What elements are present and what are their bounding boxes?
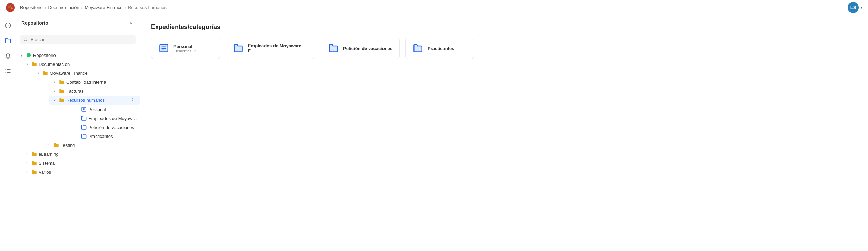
tree-label-sistema: Sistema [39, 161, 137, 166]
card-info-empleados: Empleados de Moyaware F... [248, 43, 308, 53]
toggle-practicantes [74, 133, 79, 139]
card-personal[interactable]: Personal Elementos: 2 [151, 38, 220, 59]
tree-row-varios[interactable]: › Varios [21, 168, 140, 177]
tree-node-varios: › Varios [16, 168, 140, 177]
tree-node-elearning: › eLearning [16, 150, 140, 159]
folder-contab-icon [59, 79, 65, 85]
tree-row-peticion[interactable]: Petición de vacaciones [71, 123, 140, 132]
toggle-varios[interactable]: › [24, 169, 30, 175]
tree-row-facturas[interactable]: › Facturas [49, 87, 140, 96]
tree-node-contab: › Contabilidad interna [32, 78, 140, 87]
tree-node-moyaware: ▾ Moyaware Finance › [21, 69, 140, 150]
folder-testing-icon [53, 142, 59, 148]
breadcrumb-finance[interactable]: Moyaware Finance [84, 5, 122, 10]
tree-label-peticion: Petición de vacaciones [88, 125, 137, 130]
search-bar [16, 31, 140, 48]
search-input-wrap [20, 35, 136, 44]
toggle-rrhh[interactable]: ▾ [52, 98, 57, 103]
folder-practicantes-icon [81, 133, 87, 139]
tree-label-facturas: Facturas [66, 89, 137, 94]
nav-icon-recent[interactable] [2, 19, 14, 32]
folder-varios-icon [31, 169, 37, 175]
svg-point-13 [27, 53, 31, 57]
toggle-personal[interactable]: › [74, 107, 79, 112]
toggle-testing[interactable]: › [46, 142, 52, 148]
toggle-sistema[interactable]: › [24, 160, 30, 166]
tree-node-testing: › Testing [32, 141, 140, 150]
tree-row-moyaware[interactable]: ▾ Moyaware Finance [32, 69, 140, 78]
tree-node-peticion: Petición de vacaciones [49, 123, 140, 132]
card-icon-peticion [328, 43, 339, 54]
cards-grid: Personal Elementos: 2 Empleados de Moyaw… [151, 38, 857, 59]
toggle-facturas[interactable]: › [52, 88, 57, 94]
tree-row-elearning[interactable]: › eLearning [21, 150, 140, 159]
tree-node-practicantes: Practicantes [49, 132, 140, 141]
record-personal-icon [81, 106, 87, 112]
card-practicantes[interactable]: Practicantes [405, 38, 474, 59]
toggle-contab[interactable]: › [52, 79, 57, 85]
folder-elearning-icon [31, 151, 37, 157]
tree-label-varios: Varios [39, 170, 137, 175]
folder-rrhh-icon [59, 97, 65, 103]
tree-row-repo[interactable]: ▾ Repositorio [16, 51, 140, 60]
more-options-rrhh[interactable]: ⋮ [129, 97, 137, 103]
breadcrumb-doc[interactable]: Documentación [48, 5, 79, 10]
search-icon [23, 37, 28, 42]
folder-moyaware-icon [42, 70, 48, 76]
user-avatar-area[interactable]: LS ▾ [848, 2, 862, 13]
tree-row-sistema[interactable]: › Sistema [21, 159, 140, 168]
tree-label-doc: Documentación [39, 62, 137, 67]
tree-label-practicantes: Practicantes [88, 134, 137, 139]
card-empleados[interactable]: Empleados de Moyaware F... [226, 38, 315, 59]
breadcrumb-repo[interactable]: Repositorio [20, 5, 43, 10]
toggle-elearning[interactable]: › [24, 151, 30, 157]
tree-label-testing: Testing [61, 143, 137, 148]
breadcrumb-left: Repositorio › Documentación › Moyaware F… [6, 3, 167, 12]
card-info-peticion: Petición de vacaciones [343, 46, 392, 51]
toggle-moyaware[interactable]: ▾ [35, 70, 41, 76]
nav-icon-tasks[interactable] [2, 65, 14, 77]
tree-row-testing[interactable]: › Testing [43, 141, 140, 150]
toggle-repo[interactable]: ▾ [19, 52, 24, 58]
collapse-sidebar-button[interactable]: « [128, 19, 134, 27]
breadcrumb-current: Recursos humanos [128, 5, 167, 10]
tree-row-personal[interactable]: › Personal [71, 105, 140, 114]
folder-doc-icon [31, 61, 37, 67]
tree-row-doc[interactable]: ▾ Documentación [21, 60, 140, 69]
card-icon-empleados [233, 43, 244, 54]
nav-icon-repository[interactable] [2, 34, 14, 47]
tree-row-rrhh[interactable]: ▾ Recursos humanos ⋮ [49, 96, 140, 105]
tree-container: ▾ Repositorio ▾ Documentación [16, 48, 140, 251]
folder-empleados-icon [81, 115, 87, 121]
main-layout: Repositorio « ▾ R [0, 15, 868, 251]
card-name-personal: Personal [173, 44, 196, 49]
card-info-practicantes: Practicantes [428, 46, 454, 51]
tree-row-empleados[interactable]: Empleados de Moyaware Finance [71, 114, 140, 123]
top-bar: Repositorio › Documentación › Moyaware F… [0, 0, 868, 15]
nav-icon-notifications[interactable] [2, 50, 14, 62]
search-input[interactable] [31, 37, 132, 42]
card-name-peticion: Petición de vacaciones [343, 46, 392, 51]
main-content: Expedientes/categorías Personal Elemento… [140, 15, 868, 251]
tree-row-contab[interactable]: › Contabilidad interna [49, 78, 140, 87]
tree-label-empleados: Empleados de Moyaware Finance [88, 116, 137, 121]
sidebar-title: Repositorio [21, 20, 48, 26]
tree-label-personal: Personal [88, 107, 137, 112]
toggle-doc[interactable]: ▾ [24, 61, 30, 67]
avatar: LS [848, 2, 859, 13]
card-icon-personal [158, 43, 169, 54]
card-sub-personal: Elementos: 2 [173, 49, 196, 53]
toggle-peticion [74, 124, 79, 130]
tree-row-practicantes[interactable]: Practicantes [71, 132, 140, 141]
sidebar: Repositorio « ▾ R [16, 15, 140, 251]
repo-status-icon [26, 52, 32, 58]
folder-peticion-icon [81, 124, 87, 130]
tree-node-sistema: › Sistema [16, 159, 140, 168]
tree-label-rrhh: Recursos humanos [66, 98, 127, 103]
card-peticion[interactable]: Petición de vacaciones [321, 38, 400, 59]
card-name-practicantes: Practicantes [428, 46, 454, 51]
tree-label-moyaware: Moyaware Finance [50, 71, 137, 76]
svg-point-2 [11, 7, 13, 9]
folder-sistema-icon [31, 160, 37, 166]
svg-point-0 [6, 3, 15, 12]
